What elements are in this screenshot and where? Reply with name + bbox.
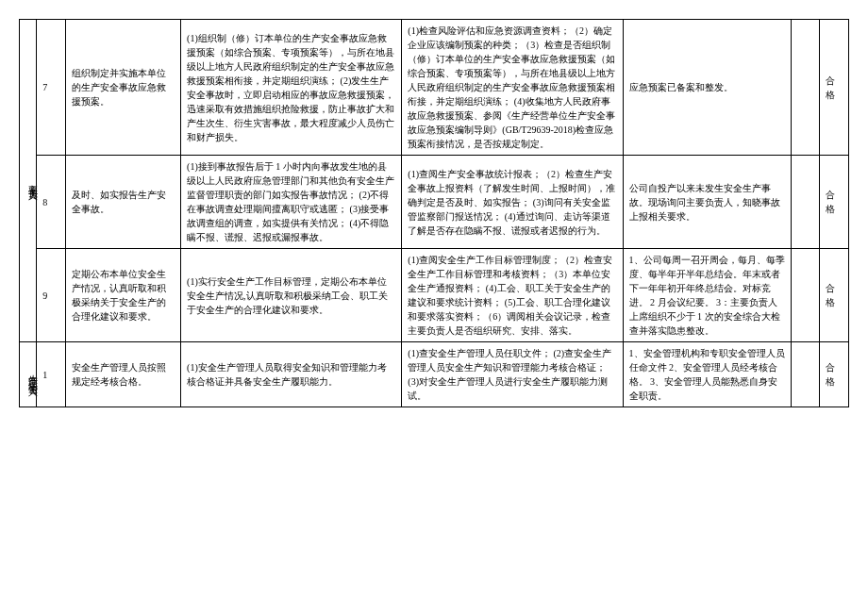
item-cell: 定期公布本单位安全生产情况，认真听取和积极采纳关于安全生产的合理化建议和要求。: [65, 249, 180, 342]
table-row: 9 定期公布本单位安全生产情况，认真听取和积极采纳关于安全生产的合理化建议和要求…: [20, 249, 849, 342]
table-row: 生产理员安生管人 1 安全生产管理人员按照规定经考核合格。 (1)安全生产管理人…: [20, 342, 849, 407]
row-number: 7: [37, 20, 66, 156]
result-cell: 合格: [820, 156, 849, 249]
blank-cell: [791, 342, 820, 407]
note-cell: 1、公司每周一召开周会，每月、每季度、每半年开半年总结会。年末或者下一年年初开年…: [623, 249, 791, 342]
result-cell: 合格: [820, 342, 849, 407]
requirement-cell: (1)实行安全生产工作目标管理，定期公布本单位安全生产情况,认真听取和积极采纳工…: [181, 249, 402, 342]
category-cell: 生产理员安生管人: [20, 342, 37, 407]
blank-cell: [791, 20, 820, 156]
requirement-cell: (1)组织制（修）订本单位的生产安全事故应急救援预案（如综合预案、专项预案等），…: [181, 20, 402, 156]
row-number: 8: [37, 156, 66, 249]
note-cell: 应急预案已备案和整发。: [623, 20, 791, 156]
result-cell: 合格: [820, 20, 849, 156]
check-cell: (1)检查风险评估和应急资源调查资料；（2）确定企业应该编制预案的种类；（3）检…: [402, 20, 623, 156]
category-label: 生产理员安生管人: [25, 367, 40, 382]
result-cell: 合格: [820, 249, 849, 342]
row-number: 9: [37, 249, 66, 342]
check-cell: (1)查阅生产安全事故统计报表；（2）检查生产安全事故上报资料（了解发生时间、上…: [402, 156, 623, 249]
row-number: 1: [37, 342, 66, 407]
check-cell: (1)查安全生产管理人员任职文件； (2)查安全生产管理人员安全生产知识和管理能…: [402, 342, 623, 407]
category-label: 主要负责人: [25, 176, 40, 186]
requirement-cell: (1)接到事故报告后于 1 小时内向事故发生地的县级以上人民政府应急管理部门和其…: [181, 156, 402, 249]
blank-cell: [791, 249, 820, 342]
item-cell: 及时、如实报告生产安全事故。: [65, 156, 180, 249]
check-cell: (1)查阅安全生产工作目标管理制度；（2）检查安全生产工作目标管理和考核资料；（…: [402, 249, 623, 342]
category-cell: 主要负责人: [20, 20, 37, 342]
note-cell: 公司自投产以来未发生安全生产事故。现场询问主要负责人，知晓事故上报相关要求。: [623, 156, 791, 249]
item-cell: 组织制定并实施本单位的生产安全事故应急救援预案。: [65, 20, 180, 156]
item-cell: 安全生产管理人员按照规定经考核合格。: [65, 342, 180, 407]
table-row: 8 及时、如实报告生产安全事故。 (1)接到事故报告后于 1 小时内向事故发生地…: [20, 156, 849, 249]
note-cell: 1、安全管理机构和专职安全管理人员任命文件 2、安全管理人员经考核合格。 3、安…: [623, 342, 791, 407]
table-row: 主要负责人 7 组织制定并实施本单位的生产安全事故应急救援预案。 (1)组织制（…: [20, 20, 849, 156]
inspection-table: 主要负责人 7 组织制定并实施本单位的生产安全事故应急救援预案。 (1)组织制（…: [19, 19, 849, 407]
requirement-cell: (1)安全生产管理人员取得安全知识和管理能力考核合格证并具备安全生产履职能力。: [181, 342, 402, 407]
blank-cell: [791, 156, 820, 249]
